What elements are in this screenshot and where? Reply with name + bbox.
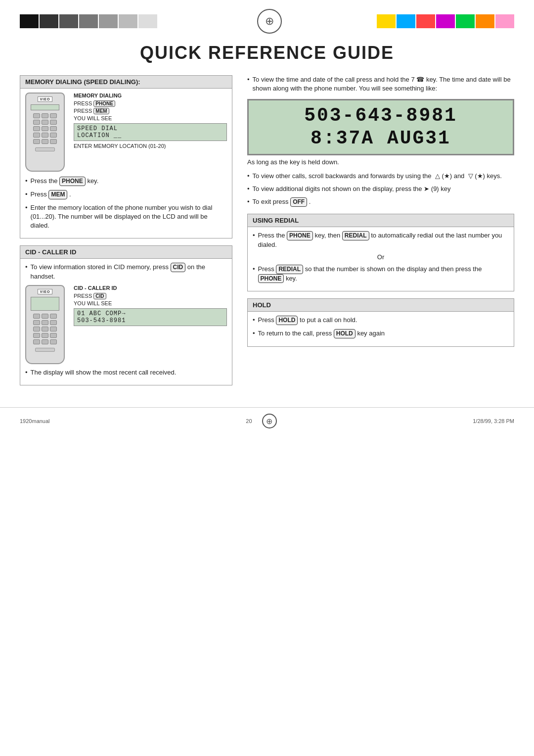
- cid-intro-bullet: To view information stored in CID memory…: [25, 263, 227, 281]
- hold-title: HOLD: [248, 299, 514, 312]
- phone-btn: [50, 333, 57, 338]
- held-key-text: As long as the key is held down.: [247, 158, 514, 166]
- using-redial-title: USING REDIAL: [248, 214, 514, 227]
- instr-you-will-see: YOU WILL SEE: [74, 115, 227, 121]
- redial-key-1: REDIAL: [342, 231, 369, 240]
- phone-btn: [50, 327, 57, 331]
- using-redial-section: USING REDIAL Press the PHONE key, then R…: [247, 214, 514, 292]
- redial-bullets-2: Press REDIAL so that the number is shown…: [253, 265, 509, 284]
- phone-speaker: [35, 147, 55, 151]
- or-text: Or: [253, 253, 509, 261]
- phone-btn: [33, 120, 40, 125]
- phone-btn: [33, 133, 40, 138]
- cid-display-bullet: The display will show the most recent ca…: [25, 368, 227, 377]
- cid-intro-bullets: To view information stored in CID memory…: [25, 263, 227, 281]
- hold-section: HOLD Press HOLD to put a call on hold. T…: [247, 298, 514, 347]
- cid-btn-row-5: [33, 339, 57, 344]
- cid-diagram: VIEO: [25, 285, 227, 364]
- phone-btn: [33, 327, 40, 331]
- redial-bullets: Press the PHONE key, then REDIAL to auto…: [253, 231, 509, 249]
- phone-btn: [42, 339, 48, 344]
- phone-btn: [50, 320, 57, 325]
- btn-row-3: [33, 126, 57, 131]
- phone-btn: [50, 339, 57, 344]
- mem-key-label: MEM: [48, 190, 67, 199]
- instr-press-mem: PRESS MEM: [74, 108, 227, 114]
- cid-display-bullet-list: The display will show the most recent ca…: [25, 368, 227, 377]
- crosshair-icon: ⊕: [257, 9, 282, 34]
- phone-btn: [33, 320, 40, 325]
- using-redial-content: Press the PHONE key, then REDIAL to auto…: [248, 227, 514, 291]
- hold-bullet-2: To return to the call, press HOLD key ag…: [253, 329, 509, 338]
- phone-btn: [50, 314, 57, 319]
- phone-body-memory: VIEO: [25, 93, 65, 172]
- cid-title: CID - CALLER ID: [20, 246, 232, 259]
- cid-btn-row-4: [33, 333, 57, 338]
- bullet-enter-location: Enter the memory location of the phone n…: [25, 203, 227, 231]
- left-column: MEMORY DIALING (SPEED DIALING): VIEO: [20, 75, 232, 392]
- grayscale-bar: [20, 14, 157, 28]
- memory-lcd: SPEED DIAL LOCATION __: [74, 123, 227, 141]
- phone-speaker-cid: [35, 348, 55, 352]
- cid-instr-title: CID - CALLER ID: [74, 285, 227, 291]
- footer: 1920manual 20 ⊕ 1/28/99, 3:28 PM: [0, 407, 534, 434]
- phone-btn: [33, 339, 40, 344]
- bullet-mem-key: Press MEM .: [25, 190, 227, 199]
- enter-memory-location: ENTER MEMORY LOCATION (01-20): [74, 143, 227, 149]
- footer-crosshair-icon: ⊕: [262, 414, 277, 428]
- cid-press-key: CID: [93, 293, 106, 299]
- time-date-bullet-list: To view the time and date of the call pr…: [247, 75, 514, 93]
- phone-btn: [42, 333, 48, 338]
- cid-content: To view information stored in CID memory…: [20, 259, 232, 385]
- cid-btn-row-2: [33, 320, 57, 325]
- btn-row-5: [33, 139, 57, 144]
- phone-btn: [42, 126, 48, 131]
- cid-instructions: CID - CALLER ID PRESS CID YOU WILL SEE 0…: [74, 285, 227, 328]
- main-content: MEMORY DIALING (SPEED DIALING): VIEO: [0, 75, 534, 392]
- phone-logo: VIEO: [38, 96, 53, 102]
- phone-btn: [50, 126, 57, 131]
- phone-btn: [33, 333, 40, 338]
- memory-dialing-section: MEMORY DIALING (SPEED DIALING): VIEO: [20, 75, 232, 238]
- phone-screen-cid: [31, 297, 59, 311]
- redial-bullet-2: Press REDIAL so that the number is shown…: [253, 265, 509, 284]
- hold-key-2: HOLD: [334, 329, 356, 338]
- right-column: To view the time and date of the call pr…: [247, 75, 514, 392]
- phone-btn: [33, 113, 40, 118]
- phone-btn: [42, 327, 48, 331]
- phone-logo-cid: VIEO: [38, 289, 53, 294]
- cid-you-will-see: YOU WILL SEE: [74, 300, 227, 306]
- footer-right: 1/28/99, 3:28 PM: [473, 418, 514, 424]
- phone-btn: [42, 120, 48, 125]
- more-bullets: To view other calls, scroll backwards an…: [247, 172, 514, 207]
- phone-btn: [33, 126, 40, 131]
- phone-btn: [42, 133, 48, 138]
- memory-dialing-content: VIEO: [20, 89, 232, 238]
- hold-bullets: Press HOLD to put a call on hold. To ret…: [253, 316, 509, 338]
- phone-btn: [42, 113, 48, 118]
- large-lcd-line2: 8:37A AUG31: [256, 127, 506, 150]
- cid-btn-row-1: [33, 314, 57, 319]
- phone-btn: [50, 139, 57, 144]
- btn-row-2: [33, 120, 57, 125]
- footer-left: 1920manual: [20, 418, 50, 424]
- memory-dialing-diagram: VIEO: [25, 93, 227, 172]
- footer-center: 20: [246, 418, 252, 424]
- phone-btn: [50, 120, 57, 125]
- hold-bullet-1: Press HOLD to put a call on hold.: [253, 316, 509, 325]
- phone-btn: [50, 133, 57, 138]
- bullet-phone-key: Press the PHONE key.: [25, 177, 227, 186]
- hold-key-1: HOLD: [276, 316, 298, 325]
- color-bar-container: ⊕: [0, 0, 534, 34]
- page-title: QUICK REFERENCE GUIDE: [20, 43, 514, 63]
- off-key-label: OFF: [290, 197, 307, 207]
- hold-content: Press HOLD to put a call on hold. To ret…: [248, 312, 514, 346]
- memory-dialing-title: MEMORY DIALING (SPEED DIALING):: [20, 76, 232, 89]
- time-date-bullet: To view the time and date of the call pr…: [247, 75, 514, 93]
- phone-btn: [50, 113, 57, 118]
- phone-key-redial: PHONE: [287, 231, 313, 240]
- redial-bullet-1: Press the PHONE key, then REDIAL to auto…: [253, 231, 509, 249]
- redial-key-2: REDIAL: [276, 265, 303, 274]
- cid-btn-row-3: [33, 327, 57, 331]
- phone-screen-memory: [31, 104, 59, 110]
